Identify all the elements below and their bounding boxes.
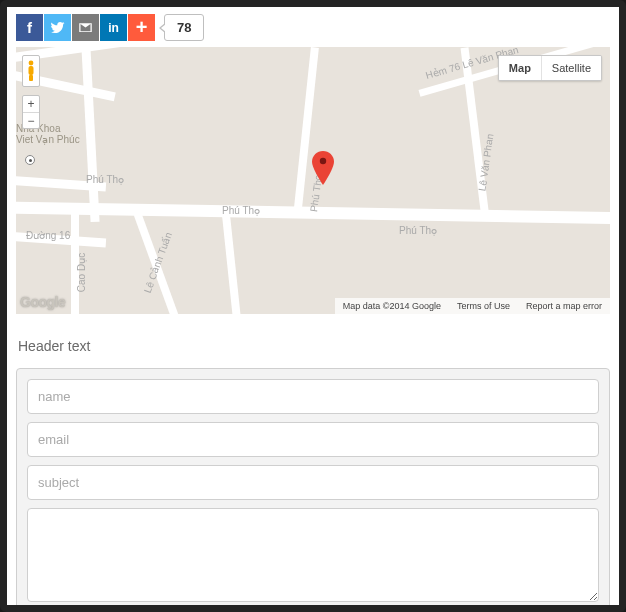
envelope-icon bbox=[78, 20, 93, 35]
share-facebook-button[interactable]: f bbox=[16, 14, 43, 41]
name-input[interactable] bbox=[27, 379, 599, 414]
share-count-badge: 78 bbox=[164, 14, 204, 41]
streetview-pegman[interactable] bbox=[22, 55, 40, 87]
google-logo: Google bbox=[20, 294, 65, 310]
road-label: Phú Thọ bbox=[222, 205, 260, 216]
share-linkedin-button[interactable]: in bbox=[100, 14, 127, 41]
road-label: Cao Dục bbox=[76, 253, 87, 292]
report-error-link[interactable]: Report a map error bbox=[518, 298, 610, 314]
road-label: Phú Thọ bbox=[86, 174, 124, 185]
email-input[interactable] bbox=[27, 422, 599, 457]
twitter-icon bbox=[50, 20, 65, 35]
subject-input[interactable] bbox=[27, 465, 599, 500]
svg-rect-2 bbox=[29, 75, 33, 81]
road-label: Phú Thọ bbox=[399, 225, 437, 236]
message-textarea[interactable] bbox=[27, 508, 599, 602]
terms-link[interactable]: Terms of Use bbox=[449, 298, 518, 314]
map-data-label: Map data ©2014 Google bbox=[335, 298, 449, 314]
map-marker-icon bbox=[312, 151, 334, 185]
road-label: Đường 16 bbox=[26, 230, 70, 241]
share-toolbar: f in + 78 bbox=[16, 14, 610, 41]
contact-form-section: Header text bbox=[16, 314, 610, 612]
contact-form bbox=[16, 368, 610, 612]
map-attribution: Map data ©2014 Google Terms of Use Repor… bbox=[335, 298, 610, 314]
form-header: Header text bbox=[18, 338, 610, 354]
map-type-satellite[interactable]: Satellite bbox=[541, 56, 601, 80]
zoom-in-button[interactable]: + bbox=[23, 96, 39, 112]
app-frame: f in + 78 Phú Thọ Phú Thọ Phú Thọ Đường … bbox=[0, 0, 626, 612]
share-twitter-button[interactable] bbox=[44, 14, 71, 41]
svg-point-0 bbox=[29, 61, 34, 66]
share-addthis-button[interactable]: + bbox=[128, 14, 155, 41]
zoom-control: + − bbox=[22, 95, 40, 129]
zoom-out-button[interactable]: − bbox=[23, 112, 39, 128]
map-type-map[interactable]: Map bbox=[499, 56, 541, 80]
svg-rect-1 bbox=[29, 66, 34, 75]
pegman-icon bbox=[26, 60, 36, 82]
share-email-button[interactable] bbox=[72, 14, 99, 41]
map-type-toggle: Map Satellite bbox=[498, 55, 602, 81]
map-container[interactable]: Phú Thọ Phú Thọ Phú Thọ Đường 16 Cao Dục… bbox=[16, 47, 610, 314]
svg-point-3 bbox=[320, 158, 326, 164]
home-control[interactable] bbox=[25, 155, 35, 165]
